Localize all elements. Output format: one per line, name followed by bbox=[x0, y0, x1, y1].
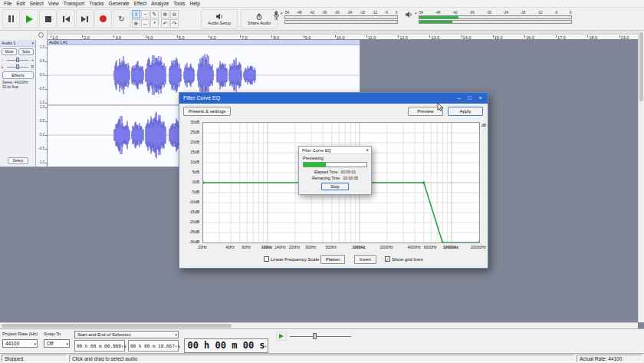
project-rate-select[interactable]: 44100▾ bbox=[2, 339, 38, 348]
snap-to-select[interactable]: Off▾ bbox=[44, 339, 70, 348]
track-menu-icon[interactable]: ▾ bbox=[31, 41, 34, 45]
menu-edit[interactable]: Edit bbox=[14, 1, 27, 6]
zoom-out-button[interactable]: ⊖ bbox=[170, 10, 179, 18]
solo-button[interactable]: Solo bbox=[18, 48, 34, 55]
effects-button[interactable]: Effects bbox=[2, 71, 34, 79]
gain-slider-thumb[interactable] bbox=[16, 58, 19, 62]
track-name: Audio 1 bbox=[2, 41, 16, 45]
chevron-down-icon: ▾ bbox=[264, 339, 267, 352]
selection-tool-button[interactable]: I bbox=[132, 10, 140, 18]
audio-setup-button[interactable]: Audio Setup bbox=[201, 9, 238, 29]
playback-meter[interactable]: ▾ -54-48-42-36-30-24-18-12-60 bbox=[405, 11, 572, 24]
minimize-icon[interactable]: – bbox=[454, 93, 464, 104]
eq-frequency-tick: 40Hz bbox=[225, 245, 235, 249]
audio-position-display[interactable]: 00 h 00 m 00 s▾ bbox=[184, 338, 268, 353]
horizontal-scrollbar-thumb[interactable] bbox=[2, 324, 232, 328]
time-shift-tool-button[interactable]: ↔ bbox=[141, 19, 150, 28]
timeline-label: 17.0 bbox=[557, 35, 566, 40]
timeline-tick bbox=[146, 35, 146, 38]
transport-state: Stopped. bbox=[2, 355, 67, 362]
linear-frequency-label: Linear Frequency Scale bbox=[271, 257, 319, 262]
speed-slider[interactable] bbox=[290, 332, 351, 340]
close-icon[interactable]: × bbox=[366, 147, 369, 154]
play-at-speed-button[interactable] bbox=[276, 332, 287, 341]
timeline-options[interactable] bbox=[0, 31, 48, 40]
playback-meter-bar-right bbox=[419, 20, 572, 24]
draw-tool-button[interactable]: ✎ bbox=[150, 10, 159, 18]
play-button[interactable] bbox=[21, 9, 38, 28]
menu-analyze[interactable]: Analyze bbox=[149, 1, 171, 6]
stop-preview-button[interactable]: Stop bbox=[321, 183, 348, 190]
menu-transport[interactable]: Transport bbox=[61, 1, 87, 6]
menu-select[interactable]: Select bbox=[28, 1, 46, 6]
flatten-button[interactable]: Flatten bbox=[320, 255, 345, 264]
timeline-tick bbox=[209, 35, 209, 38]
vertical-scrollbar-thumb[interactable] bbox=[639, 32, 643, 101]
show-grid-lines-label: Show grid lines bbox=[392, 257, 423, 262]
menu-generate[interactable]: Generate bbox=[107, 1, 132, 6]
stop-button[interactable] bbox=[39, 9, 57, 28]
apply-button[interactable]: Apply bbox=[448, 107, 483, 116]
multi-tool-button[interactable]: * bbox=[150, 19, 159, 28]
amplitude-label: -1.0 bbox=[36, 160, 44, 164]
skip-to-start-button[interactable] bbox=[58, 9, 75, 28]
eq-frequency-tick: 100Hz bbox=[261, 245, 272, 249]
clip-header[interactable]: Audio 1 #1 bbox=[48, 40, 360, 45]
menu-help[interactable]: Help bbox=[188, 1, 202, 6]
skip-end-icon bbox=[81, 16, 88, 22]
playback-meter-bar-left bbox=[419, 15, 572, 19]
vertical-scale-ruler[interactable]: 1.00.50.0-0.5-1.01.00.50.0-0.5-1.0 bbox=[36, 40, 48, 167]
timeline-tick bbox=[366, 35, 367, 38]
menu-tracks[interactable]: Tracks bbox=[87, 1, 106, 6]
zoom-tool-button[interactable]: ⊕ bbox=[132, 19, 140, 28]
timeline-label: 9.0 bbox=[305, 35, 311, 40]
loop-region-band[interactable] bbox=[48, 31, 638, 35]
selection-mode-select[interactable]: Start and End of Selection▾ bbox=[74, 331, 179, 338]
recording-meter[interactable]: ▾ -54-48-42-36-30-24-18-12-60 bbox=[273, 11, 398, 24]
preview-progress-dialog: Filter Curve EQ × Previewing Elapsed Tim… bbox=[298, 146, 372, 195]
maximize-icon[interactable]: □ bbox=[465, 93, 475, 104]
selection-start-field[interactable]: 00 h 00 m 00.000 s▾ bbox=[74, 340, 125, 351]
undo-button[interactable]: ↶ bbox=[161, 19, 169, 28]
eq-db-tick: -25dB bbox=[179, 229, 199, 234]
presets-settings-button[interactable]: Presets & settings bbox=[183, 107, 231, 116]
record-button[interactable] bbox=[94, 9, 112, 28]
pause-button[interactable] bbox=[2, 9, 20, 28]
eq-db-tick: -5dB bbox=[179, 190, 199, 194]
speed-slider-thumb[interactable] bbox=[313, 333, 317, 339]
close-icon[interactable]: × bbox=[475, 93, 485, 104]
menu-tools[interactable]: Tools bbox=[171, 1, 187, 6]
skip-to-end-button[interactable] bbox=[76, 9, 94, 28]
menu-view[interactable]: View bbox=[46, 1, 61, 6]
progress-bar-fill bbox=[304, 163, 326, 167]
timeline-ruler[interactable]: 1.02.03.04.05.06.07.08.09.010.011.012.01… bbox=[0, 31, 638, 40]
invert-button[interactable]: Invert bbox=[354, 255, 376, 264]
show-grid-lines-checkbox[interactable]: ✓ Show grid lines bbox=[385, 256, 423, 262]
elapsed-time-row: Elapsed Time:00:00:01 bbox=[299, 170, 371, 174]
progress-title-bar[interactable]: Filter Curve EQ × bbox=[299, 147, 371, 154]
menu-file[interactable]: File bbox=[2, 1, 14, 6]
selection-end-field[interactable]: 00 h 00 m 10.667 s▾ bbox=[128, 340, 179, 351]
pan-slider[interactable]: L R bbox=[2, 64, 34, 70]
timeline-label: 10.0 bbox=[337, 35, 345, 40]
gain-slider[interactable]: - + bbox=[2, 57, 34, 63]
share-audio-button[interactable]: Share Audio bbox=[241, 9, 278, 29]
pan-slider-thumb[interactable] bbox=[16, 64, 19, 69]
loop-button[interactable]: ↻ bbox=[113, 9, 130, 28]
timeline-label: 15.0 bbox=[495, 35, 503, 40]
redo-button[interactable]: ↷ bbox=[170, 19, 179, 28]
vertical-scrollbar[interactable] bbox=[638, 31, 644, 322]
timeline-label: 11.0 bbox=[368, 35, 376, 40]
timeline-tick bbox=[51, 35, 51, 38]
track-select-button[interactable]: Select bbox=[8, 157, 28, 164]
timeline-tick bbox=[493, 35, 494, 38]
horizontal-scrollbar[interactable] bbox=[0, 322, 638, 328]
zoom-in-button[interactable]: ⊕ bbox=[161, 10, 169, 18]
menu-effect[interactable]: Effect bbox=[132, 1, 150, 6]
linear-frequency-checkbox[interactable]: Linear Frequency Scale bbox=[264, 256, 319, 262]
track-header[interactable]: Audio 1 ▾ bbox=[0, 40, 35, 47]
eq-db-tick: -10dB bbox=[179, 200, 199, 204]
envelope-tool-button[interactable]: ~ bbox=[141, 10, 150, 18]
loop-icon: ↻ bbox=[118, 15, 124, 23]
mute-button[interactable]: Mute bbox=[2, 48, 17, 55]
